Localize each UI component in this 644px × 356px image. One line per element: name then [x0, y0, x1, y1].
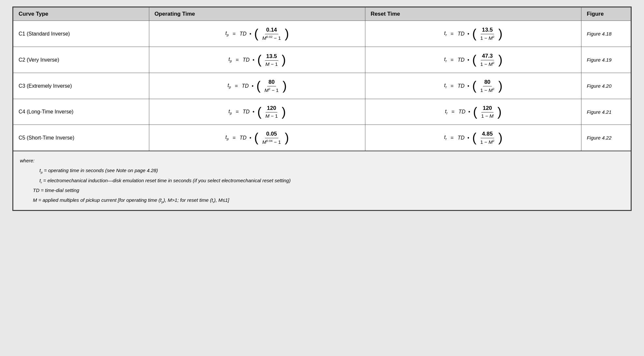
figure-label-c1: Figure 4.18 — [581, 21, 631, 47]
curve-type-label: C5 (Short-Time Inverse) — [13, 125, 149, 151]
figure-label-c2: Figure 4.19 — [581, 47, 631, 73]
footer-where: where: — [20, 156, 624, 166]
operating-time-formula-c4: tp = TD • ( 120 M − 1 ) — [149, 99, 365, 125]
operating-time-formula-c2: tp = TD • ( 13.5 M − 1 ) — [149, 47, 365, 73]
header-reset-time: Reset Time — [365, 7, 581, 21]
header-operating-time: Operating Time — [149, 7, 365, 21]
operating-time-formula-c5: tp = TD • ( 0.05 M0.04 − 1 ) — [149, 125, 365, 151]
table-row: C4 (Long-Time Inverse) tp = TD • ( 120 M… — [13, 99, 631, 125]
reset-time-formula-c2: tr = TD • ( 47.3 1 − M2 ) — [365, 47, 581, 73]
curve-type-label: C1 (Standard Inverse) — [13, 21, 149, 47]
reset-time-formula-c1: tr = TD • ( 13.5 1 − M2 ) — [365, 21, 581, 47]
header-figure: Figure — [581, 7, 631, 21]
operating-time-formula-c1: tp = TD • ( 0.14 M0.02 − 1 ) — [149, 21, 365, 47]
operating-time-formula-c3: tp = TD • ( 80 M2 − 1 ) — [149, 73, 365, 99]
footer-m-line: M = applied multiples of pickup current … — [20, 195, 624, 205]
footer-td-line: TD = time-dial setting — [20, 185, 624, 195]
footer-tp-line: tp = operating time in seconds (see Note… — [20, 166, 624, 176]
figure-label-c5: Figure 4.22 — [581, 125, 631, 151]
curve-type-table: Curve Type Operating Time Reset Time Fig… — [13, 7, 631, 210]
reset-time-formula-c5: tr = TD • ( 4.85 1 − M2 ) — [365, 125, 581, 151]
reset-time-formula-c4: tr = TD • ( 120 1 − M ) — [365, 99, 581, 125]
table-row: C2 (Very Inverse) tp = TD • ( 13.5 M − 1… — [13, 47, 631, 73]
figure-label-c4: Figure 4.21 — [581, 99, 631, 125]
curve-type-label: C2 (Very Inverse) — [13, 47, 149, 73]
curve-type-label: C3 (Extremely Inverse) — [13, 73, 149, 99]
figure-label-c3: Figure 4.20 — [581, 73, 631, 99]
footer-tr-line: tr = electromechanical induction—disk em… — [20, 176, 624, 186]
main-table-wrapper: Curve Type Operating Time Reset Time Fig… — [12, 7, 632, 211]
footer-row: where: tp = operating time in seconds (s… — [13, 151, 631, 210]
header-curve-type: Curve Type — [13, 7, 149, 21]
footer-cell: where: tp = operating time in seconds (s… — [13, 151, 631, 210]
reset-time-formula-c3: tr = TD • ( 80 1 − M2 ) — [365, 73, 581, 99]
curve-type-label: C4 (Long-Time Inverse) — [13, 99, 149, 125]
table-row: C5 (Short-Time Inverse) tp = TD • ( 0.05… — [13, 125, 631, 151]
table-row: C1 (Standard Inverse) tp = TD • ( 0.14 M… — [13, 21, 631, 47]
table-row: C3 (Extremely Inverse) tp = TD • ( 80 M2… — [13, 73, 631, 99]
